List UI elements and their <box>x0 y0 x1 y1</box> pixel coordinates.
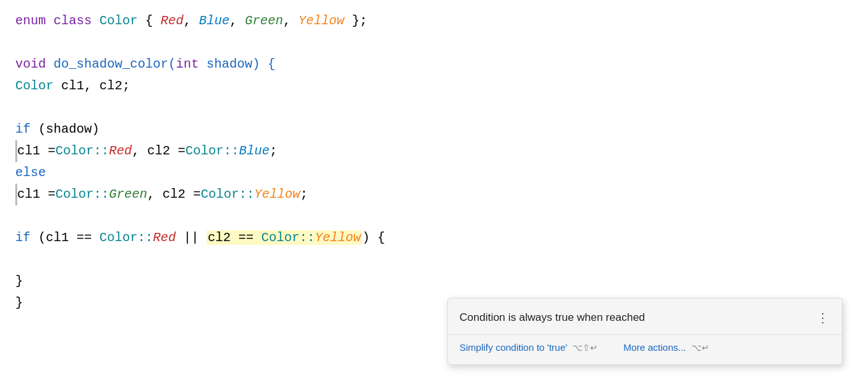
enum-red: Red <box>161 13 184 28</box>
code-line-3: void do_shadow_color(int shadow) { <box>15 54 853 75</box>
kw-int: int <box>176 57 199 71</box>
color-yellow-ref: Color:: <box>201 184 254 205</box>
code-line-10 <box>15 205 853 227</box>
space2 <box>92 13 99 28</box>
if-cond: (shadow) <box>31 122 99 137</box>
code-line-7: cl1 = Color::Red, cl2 = Color::Blue; <box>15 140 853 162</box>
color-green-ref: Color:: <box>55 184 109 205</box>
code-editor: enum class Color { Red, Blue, Green, Yel… <box>15 10 853 314</box>
color-type: Color <box>99 13 138 28</box>
code-line-9: cl1 = Color::Green, cl2 = Color::Yellow; <box>15 184 853 205</box>
tooltip-message: Condition is always true when reached <box>459 309 645 326</box>
vars: cl1, cl2; <box>54 78 130 93</box>
more-shortcut: ⌥↵ <box>691 341 709 355</box>
space <box>46 13 54 28</box>
kw-else: else <box>15 165 46 180</box>
tooltip-header: Condition is always true when reached ⋮ <box>448 299 842 334</box>
color-red-val-2: Red <box>153 230 176 245</box>
tooltip-dots-button[interactable]: ⋮ <box>816 307 830 328</box>
code-line-2 <box>15 32 853 54</box>
code-line-8: else <box>15 162 853 184</box>
func-param: shadow) { <box>199 57 275 71</box>
color-green-val: Green <box>109 184 147 205</box>
color-yellow-val-2: Yellow <box>315 230 361 245</box>
code-line-13: } <box>15 270 853 292</box>
simplify-action[interactable]: Simplify condition to 'true' <box>459 340 567 355</box>
cl1-assign: cl1 = <box>17 140 55 162</box>
code-line-11: if (cl1 == Color::Red || cl2 == Color::Y… <box>15 227 853 249</box>
kw-enum: enum <box>15 13 46 28</box>
code-line-5 <box>15 97 853 119</box>
tooltip-actions: Simplify condition to 'true' ⌥⇧↵ More ac… <box>448 334 842 364</box>
kw-class: class <box>54 13 92 28</box>
enum-blue: Blue <box>199 13 229 28</box>
color-yellow-val: Yellow <box>254 184 300 205</box>
enum-green: Green <box>245 13 283 28</box>
highlighted-condition: cl2 == Color::Yellow <box>206 230 362 245</box>
color-blue-ref: Color:: <box>185 140 239 162</box>
simplify-shortcut: ⌥⇧↵ <box>572 341 598 355</box>
kw-void: void <box>15 57 46 71</box>
tooltip-popup: Condition is always true when reached ⋮ … <box>447 298 843 365</box>
color-red-ref: Color:: <box>55 140 109 162</box>
code-line-1: enum class Color { Red, Blue, Green, Yel… <box>15 10 853 32</box>
more-actions[interactable]: More actions... <box>623 340 686 355</box>
color-blue-val: Blue <box>239 140 270 162</box>
color-red-ref-2: Color:: <box>99 230 153 245</box>
close-brace-inner: } <box>15 274 23 288</box>
code-line-4: Color cl1, cl2; <box>15 75 853 97</box>
type-color: Color <box>15 78 54 93</box>
kw-if-1: if <box>15 122 31 137</box>
color-red-val: Red <box>109 140 132 162</box>
code-line-6: if (shadow) <box>15 119 853 140</box>
cl1-assign-2: cl1 = <box>17 184 55 205</box>
enum-yellow: Yellow <box>298 13 344 28</box>
color-yellow-ref-2: Color:: <box>261 230 315 245</box>
code-line-12 <box>15 249 853 270</box>
close-brace-outer: } <box>15 295 23 310</box>
kw-if-2: if <box>15 230 31 245</box>
func-name: do_shadow_color( <box>46 57 176 71</box>
